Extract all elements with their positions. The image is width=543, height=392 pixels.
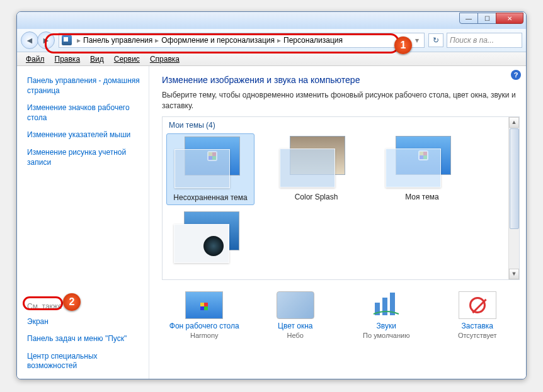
screensaver-icon	[459, 291, 496, 319]
bottom-sub: Отсутствует	[435, 332, 520, 339]
bottom-sub: Harmony	[162, 332, 247, 339]
theme-label: Color Splash	[275, 193, 358, 201]
scroll-thumb[interactable]	[510, 128, 519, 229]
bottom-label: Звуки	[344, 322, 429, 330]
body: Панель управления - домашняя страница Из…	[17, 66, 526, 379]
chevron-right-icon: ▸	[74, 36, 83, 45]
bottom-row: Фон рабочего стола Harmony Цвет окна Неб…	[162, 291, 520, 339]
theme-thumb	[275, 136, 358, 190]
control-panel-icon	[62, 35, 72, 45]
theme-grid: Несохраненная тема Color Splash Моя тема	[163, 133, 519, 271]
theme-thumb	[169, 211, 252, 266]
themes-header: Мои темы (4)	[163, 117, 519, 133]
sidebar-link-taskbar[interactable]: Панель задач и меню "Пуск"	[27, 334, 145, 344]
titlebar: — ☐ ✕	[17, 12, 526, 29]
desktop-background-button[interactable]: Фон рабочего стола Harmony	[162, 291, 247, 339]
annotation-badge-2: 2	[63, 293, 81, 311]
page-title: Изменение изображения и звука на компьют…	[162, 75, 520, 85]
bottom-label: Цвет окна	[253, 322, 338, 330]
sidebar-link-icons[interactable]: Изменение значков рабочего стола	[27, 103, 145, 123]
window-controls: — ☐ ✕	[460, 13, 523, 24]
nav-forward-button[interactable]: ►	[37, 31, 55, 49]
left-pane: Панель управления - домашняя страница Из…	[17, 66, 149, 379]
nav-back-button[interactable]: ◄	[21, 31, 38, 49]
bottom-label: Заставка	[435, 322, 520, 330]
theme-label: Несохраненная тема	[169, 193, 251, 202]
theme-unsaved[interactable]: Несохраненная тема	[166, 133, 254, 205]
window: — ☐ ✕ ◄ ► ▸ Панель управления ▸ Оформлен…	[16, 11, 527, 379]
scroll-down-button[interactable]: ▼	[509, 269, 519, 279]
chevron-down-icon[interactable]: ▾	[413, 36, 421, 45]
menu-tools[interactable]: Сервис	[109, 55, 145, 64]
spacer	[27, 171, 145, 290]
theme-my-theme[interactable]: Моя тема	[378, 133, 466, 205]
theme-thumb	[169, 137, 251, 191]
theme-color-splash[interactable]: Color Splash	[272, 133, 360, 205]
maximize-button[interactable]: ☐	[477, 13, 496, 24]
window-color-button[interactable]: Цвет окна Небо	[253, 291, 338, 339]
close-button[interactable]: ✕	[496, 13, 523, 24]
bottom-sub: Небо	[253, 332, 338, 339]
sidebar-link-ease[interactable]: Центр специальных возможностей	[27, 352, 145, 371]
bottom-sub: По умолчанию	[344, 332, 429, 339]
theme-extra[interactable]	[166, 209, 254, 271]
see-also-label: См. также	[27, 302, 145, 311]
search-input[interactable]: Поиск в па...	[447, 33, 522, 48]
minimize-button[interactable]: —	[459, 13, 478, 24]
breadcrumb-item-0[interactable]: Панель управления	[83, 36, 152, 45]
menu-file[interactable]: Файл	[21, 55, 50, 64]
breadcrumb-item-1[interactable]: Оформление и персонализация	[161, 36, 275, 45]
sidebar-home-link[interactable]: Панель управления - домашняя страница	[27, 76, 145, 96]
chevron-right-icon: ▸	[275, 36, 283, 45]
svg-rect-1	[382, 298, 387, 315]
screensaver-button[interactable]: Заставка Отсутствует	[435, 291, 520, 339]
scroll-up-button[interactable]: ▲	[509, 117, 519, 128]
sidebar-link-account-pic[interactable]: Изменение рисунка учетной записи	[27, 148, 145, 167]
sound-icon	[367, 291, 405, 319]
menu-help[interactable]: Справка	[145, 55, 185, 64]
sidebar-link-pointers[interactable]: Изменение указателей мыши	[27, 130, 145, 140]
theme-thumb	[380, 136, 464, 190]
sidebar-link-screen[interactable]: Экран	[27, 317, 145, 327]
bottom-label: Фон рабочего стола	[162, 322, 247, 330]
wallpaper-icon	[185, 291, 223, 319]
menu-view[interactable]: Вид	[85, 55, 109, 64]
themes-area: Мои темы (4) Несохраненная тема Color Sp…	[162, 116, 520, 280]
menubar: Файл Правка Вид Сервис Справка	[17, 52, 526, 66]
scrollbar[interactable]: ▲ ▼	[508, 117, 519, 279]
breadcrumb-item-2[interactable]: Персонализация	[283, 36, 343, 45]
help-icon[interactable]: ?	[511, 70, 521, 80]
sounds-button[interactable]: Звуки По умолчанию	[344, 291, 429, 339]
color-icon	[277, 291, 314, 319]
theme-label: Моя тема	[380, 193, 464, 201]
breadcrumb[interactable]: ▸ Панель управления ▸ Оформление и персо…	[59, 33, 425, 48]
chevron-right-icon: ▸	[152, 36, 161, 45]
menu-edit[interactable]: Правка	[50, 55, 86, 64]
main-pane: ? Изменение изображения и звука на компь…	[149, 66, 526, 379]
refresh-button[interactable]: ↻	[428, 33, 443, 47]
page-description: Выберите тему, чтобы одновременно измени…	[162, 90, 520, 111]
navbar: ◄ ► ▸ Панель управления ▸ Оформление и п…	[17, 29, 526, 52]
annotation-badge-1: 1	[394, 36, 412, 54]
